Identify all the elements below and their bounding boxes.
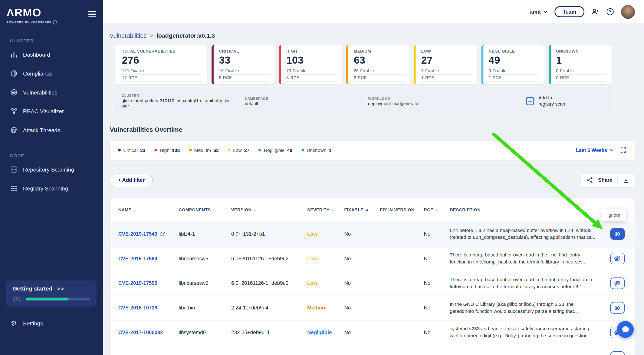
topbar: amit Team bbox=[103, 0, 644, 23]
summary-card-label: UNKNOWN bbox=[556, 49, 607, 53]
legend-item-negligible: Negligible49 bbox=[258, 147, 292, 152]
column-header-rce[interactable]: RCE bbox=[424, 207, 450, 212]
column-header-fix-in-version[interactable]: FIX IN VERSION bbox=[380, 207, 424, 212]
chevrons-icon: >> bbox=[57, 286, 64, 292]
eye-slash-icon bbox=[614, 305, 620, 311]
sort-icon bbox=[134, 208, 136, 212]
user-menu[interactable]: amit bbox=[530, 8, 547, 15]
cluster-label: CLUSTER bbox=[122, 94, 231, 98]
table-row[interactable]: CVE-2016-10739 libc-bin 2.24-11+deb9u4 M… bbox=[110, 296, 635, 321]
sidebar-item-rbac-visualizer[interactable]: RBAC Visualizer bbox=[0, 102, 103, 121]
cve-link[interactable]: CVE-2016-10739 bbox=[118, 305, 157, 311]
sort-icon bbox=[254, 208, 256, 212]
cve-link[interactable]: CVE-2019-17543 bbox=[118, 231, 157, 237]
share-icon[interactable] bbox=[586, 177, 593, 183]
ignore-button[interactable] bbox=[610, 228, 624, 240]
armo-logo: ΛRMO POWERED BY KUBESCAPE bbox=[6, 7, 56, 25]
table-row[interactable]: CVE-2019-17595 libncursesw5 6.0+20161126… bbox=[110, 271, 635, 296]
add-to-registry-scan-button[interactable]: Add to registry scan bbox=[480, 92, 612, 110]
actions-cell bbox=[606, 302, 635, 314]
fixable-cell: No bbox=[344, 305, 380, 311]
plus-square-icon bbox=[526, 97, 534, 105]
app-root: ΛRMO POWERED BY KUBESCAPE CLUSTER Dashbo… bbox=[0, 0, 644, 355]
spiral-icon bbox=[10, 126, 18, 134]
getting-started-label: Getting started bbox=[13, 286, 52, 292]
menu-toggle-icon[interactable] bbox=[88, 11, 96, 19]
rce-cell: No bbox=[424, 256, 450, 261]
table-row[interactable]: CVE-2019-17594 libncursesw5 6.0+20161126… bbox=[110, 247, 635, 271]
sidebar-item-repository-scanning[interactable]: Repository Scanning bbox=[0, 160, 103, 179]
summary-card-fixable: 0Fixable bbox=[556, 67, 607, 74]
getting-started-card[interactable]: Getting started >> 67% bbox=[6, 280, 96, 307]
summary-card-unknown: UNKNOWN 1 0Fixable 0RCE bbox=[548, 45, 612, 84]
external-link-icon[interactable] bbox=[160, 231, 166, 237]
summary-card-label: LOW bbox=[421, 49, 472, 53]
column-header-name[interactable]: NAME bbox=[118, 207, 178, 212]
name-cell: CVE-2019-17595 bbox=[118, 280, 178, 286]
column-header-version[interactable]: VERSION bbox=[231, 207, 307, 212]
team-button[interactable]: Team bbox=[554, 6, 584, 17]
sidebar-item-label: Registry Scanning bbox=[23, 185, 68, 192]
legend-item-unknown: Unknown1 bbox=[301, 147, 331, 152]
component-cell: libncursesw5 bbox=[179, 280, 231, 286]
summary-card-negligible: NEGLIGIBLE 49 0Fixable 1RCE bbox=[481, 45, 544, 84]
username: amit bbox=[530, 8, 541, 15]
download-icon[interactable] bbox=[623, 177, 629, 183]
ignore-button[interactable] bbox=[610, 352, 624, 355]
invite-user-icon[interactable] bbox=[592, 8, 599, 15]
legend-label: Negligible bbox=[264, 147, 284, 152]
expand-icon[interactable] bbox=[620, 147, 626, 153]
sidebar-item-attack-threads[interactable]: Attack Threads bbox=[0, 121, 103, 140]
cve-link[interactable]: CVE-2017-1000082 bbox=[118, 330, 163, 336]
chat-widget-button[interactable] bbox=[617, 321, 634, 338]
ignore-button[interactable] bbox=[610, 253, 624, 264]
summary-card-count: 103 bbox=[286, 54, 337, 66]
share-label[interactable]: Share bbox=[598, 177, 612, 183]
summary-card-count: 49 bbox=[488, 54, 539, 66]
sidebar-item-settings[interactable]: ⚙ Settings bbox=[0, 314, 103, 333]
legend-dot bbox=[154, 149, 158, 152]
legend-count: 27 bbox=[244, 147, 250, 152]
breadcrumb-parent[interactable]: Vulnerabilities bbox=[110, 32, 146, 39]
summary-card-count: 33 bbox=[219, 54, 270, 66]
legend-dot bbox=[258, 149, 262, 152]
sidebar-item-registry-scanning[interactable]: Registry Scanning bbox=[0, 179, 103, 198]
cve-link[interactable]: CVE-2019-17595 bbox=[118, 280, 157, 286]
column-header-fixable[interactable]: FIXABLE bbox=[344, 207, 380, 212]
cve-link[interactable]: CVE-2019-17594 bbox=[118, 256, 157, 261]
sidebar-item-vulnerabilities[interactable]: Vulnerabilities bbox=[0, 83, 103, 102]
legend-label: Medium bbox=[194, 147, 211, 152]
sidebar-item-label: Settings bbox=[23, 320, 43, 327]
sidebar-item-compliance[interactable]: Compliance bbox=[0, 64, 103, 83]
version-cell: 6.0+20161126-1+deb9u2 bbox=[231, 256, 307, 261]
time-range-select[interactable]: Last 6 Weeks bbox=[576, 147, 614, 153]
actions-cell bbox=[606, 278, 635, 289]
ignore-button[interactable] bbox=[610, 278, 624, 289]
add-filter-button[interactable]: + Add filter bbox=[110, 173, 153, 187]
summary-card-rce: 8RCE bbox=[286, 74, 337, 81]
summary-card-rce: 17RCE bbox=[122, 74, 202, 81]
column-header-severity[interactable]: SEVERITY bbox=[307, 207, 344, 212]
summary-card-rce: 1RCE bbox=[421, 74, 472, 81]
table-row[interactable]: CVE-2019-17543 liblz4-1 0.0~r131-2+b1 Lo… bbox=[110, 222, 635, 247]
table-row[interactable]: CVE-2017-1000082 libsystemd0 232-25+deb9… bbox=[110, 320, 635, 345]
progress-bar bbox=[26, 297, 90, 300]
table-row[interactable]: An integer overflow in the implementatio… bbox=[110, 345, 635, 355]
avatar[interactable] bbox=[621, 5, 635, 19]
summary-card-low: LOW 27 7Fixable 1RCE bbox=[414, 45, 477, 84]
sidebar-item-dashboard[interactable]: Dashboard bbox=[0, 45, 103, 64]
legend-label: Low bbox=[233, 147, 242, 152]
sort-icon bbox=[213, 208, 216, 212]
ignore-button[interactable] bbox=[610, 302, 624, 314]
legend-item-critical: Critical33 bbox=[118, 147, 145, 152]
workload-info: WORKLOAD deployment-loadgenerator bbox=[362, 92, 479, 110]
help-icon[interactable] bbox=[606, 8, 614, 16]
share-group: Share bbox=[581, 173, 634, 187]
namespace-value: default bbox=[245, 101, 354, 106]
legend-count: 63 bbox=[214, 147, 219, 152]
column-header-components[interactable]: COMPONENTS bbox=[179, 207, 231, 212]
sidebar: ΛRMO POWERED BY KUBESCAPE CLUSTER Dashbo… bbox=[0, 0, 103, 355]
legend-label: High bbox=[160, 147, 170, 152]
version-cell: 2.24-11+deb9u4 bbox=[231, 305, 307, 311]
column-header-description: DESCRIPTION bbox=[450, 207, 606, 212]
